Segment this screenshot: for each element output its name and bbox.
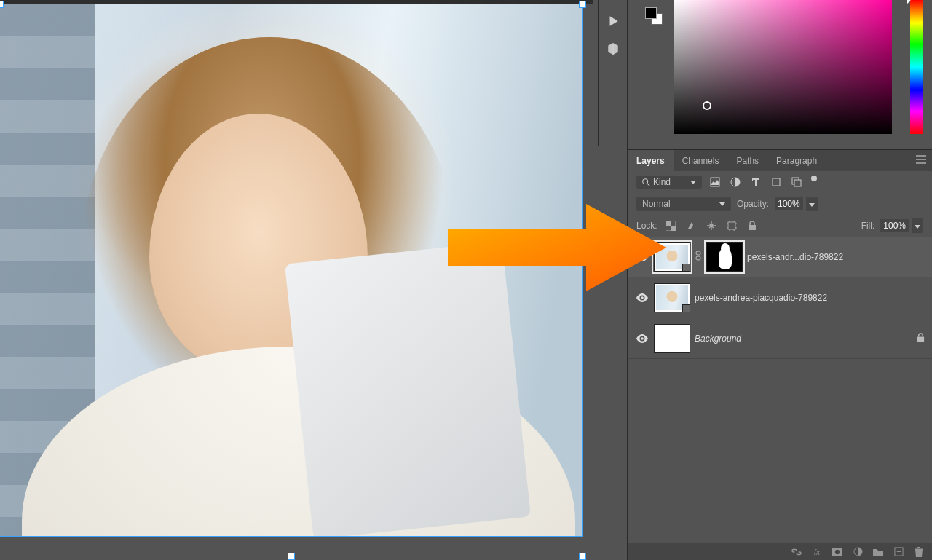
- tab-layers[interactable]: Layers: [628, 150, 674, 171]
- chevron-down-icon[interactable]: [806, 197, 818, 211]
- chevron-down-icon: [719, 202, 725, 206]
- group-icon[interactable]: [872, 546, 884, 558]
- color-picker-cursor[interactable]: [703, 101, 711, 110]
- visibility-toggle[interactable]: [635, 334, 649, 343]
- svg-point-18: [835, 549, 840, 553]
- layers-list: pexels-andr...dio-789822 pexels-andrea-p…: [628, 237, 932, 359]
- hue-marker[interactable]: [907, 0, 911, 4]
- filter-shape-icon[interactable]: [769, 175, 783, 189]
- chevron-down-icon[interactable]: [912, 218, 923, 233]
- transform-handle-tr[interactable]: [580, 1, 585, 7]
- panel-menu-icon[interactable]: [916, 155, 926, 166]
- canvas-image[interactable]: [0, 4, 582, 536]
- lock-transparency-icon[interactable]: [663, 218, 678, 233]
- fx-icon[interactable]: fx: [811, 546, 823, 558]
- artboard[interactable]: [0, 4, 582, 536]
- filter-type-icon[interactable]: [749, 175, 763, 189]
- new-layer-icon[interactable]: [893, 546, 904, 558]
- layer-thumbnail[interactable]: [654, 242, 690, 272]
- layer-name[interactable]: pexels-andr...dio-789822: [747, 252, 925, 262]
- filter-toggle-dot[interactable]: [811, 176, 817, 181]
- svg-rect-7: [666, 221, 671, 226]
- svg-point-0: [643, 178, 648, 184]
- layer-kind-dropdown[interactable]: Kind: [636, 176, 702, 189]
- opacity-label: Opacity:: [737, 199, 769, 209]
- transform-handle-b[interactable]: [288, 553, 294, 559]
- tab-paths[interactable]: Paths: [727, 150, 767, 171]
- opacity-control[interactable]: 100%: [775, 197, 818, 211]
- lock-row: Lock: Fill: 100%: [628, 215, 932, 237]
- blend-mode-dropdown[interactable]: Normal: [636, 197, 731, 211]
- hue-slider[interactable]: [910, 0, 923, 134]
- filter-pixel-icon[interactable]: [708, 175, 722, 189]
- collapsed-panel-dock: [598, 0, 627, 146]
- svg-rect-3: [773, 178, 780, 186]
- color-panel: [628, 0, 932, 149]
- svg-point-14: [641, 296, 644, 299]
- smart-object-badge: [682, 304, 690, 312]
- blend-row: Normal Opacity: 100%: [628, 193, 932, 215]
- chevron-down-icon: [690, 181, 696, 184]
- svg-rect-13: [696, 256, 700, 260]
- panel-tabs: Layers Channels Paths Paragraph: [628, 149, 932, 171]
- smart-object-badge: [682, 264, 690, 272]
- transform-handle-br[interactable]: [580, 553, 585, 559]
- tab-channels[interactable]: Channels: [674, 150, 728, 171]
- color-saturation-field[interactable]: [674, 0, 892, 134]
- lock-icon: [917, 333, 925, 344]
- layer-kind-label: Kind: [653, 177, 671, 187]
- layer-filter-row: Kind: [628, 171, 932, 193]
- layer-thumbnail[interactable]: [654, 283, 690, 312]
- eye-icon: [636, 334, 648, 343]
- lock-label: Lock:: [636, 221, 657, 231]
- delete-layer-icon[interactable]: [913, 546, 925, 558]
- transform-handle-tl[interactable]: [0, 1, 3, 7]
- lock-artboard-icon[interactable]: [724, 218, 739, 233]
- svg-point-11: [641, 256, 644, 259]
- fg-bg-swatch[interactable]: [645, 7, 663, 25]
- layers-bottom-bar: fx: [628, 543, 932, 560]
- blend-mode-value: Normal: [642, 199, 671, 209]
- filter-adjustment-icon[interactable]: [728, 175, 743, 189]
- mask-link-icon[interactable]: [695, 251, 702, 263]
- svg-rect-16: [917, 336, 924, 341]
- add-mask-icon[interactable]: [832, 546, 843, 558]
- right-panel: Layers Channels Paths Paragraph Kind Nor…: [627, 0, 932, 560]
- fill-label: Fill:: [861, 221, 875, 231]
- search-icon: [642, 178, 650, 186]
- tab-paragraph[interactable]: Paragraph: [767, 150, 826, 171]
- visibility-toggle[interactable]: [635, 253, 649, 261]
- lock-position-icon[interactable]: [704, 218, 719, 233]
- layer-thumbnail[interactable]: [654, 324, 690, 353]
- svg-rect-10: [749, 225, 756, 230]
- visibility-toggle[interactable]: [635, 293, 649, 302]
- layer-row[interactable]: pexels-andr...dio-789822: [628, 237, 932, 277]
- layer-name[interactable]: pexels-andrea-piacquadio-789822: [695, 293, 925, 303]
- canvas-area: [0, 0, 593, 560]
- svg-rect-5: [794, 180, 801, 186]
- 3d-panel-icon[interactable]: [605, 41, 621, 57]
- svg-rect-9: [728, 222, 735, 229]
- eye-icon: [636, 253, 648, 261]
- layer-row[interactable]: pexels-andrea-piacquadio-789822: [628, 277, 932, 318]
- adjustment-layer-icon[interactable]: [852, 546, 864, 558]
- svg-rect-12: [696, 251, 700, 255]
- layer-mask-thumbnail[interactable]: [706, 242, 743, 272]
- svg-rect-8: [671, 226, 676, 231]
- layer-name[interactable]: Background: [695, 334, 912, 344]
- layer-row[interactable]: Background: [628, 318, 932, 359]
- filter-smartobject-icon[interactable]: [789, 175, 804, 189]
- eye-icon: [636, 293, 648, 302]
- lock-image-icon[interactable]: [684, 218, 698, 233]
- lock-all-icon[interactable]: [745, 218, 759, 233]
- fill-value[interactable]: 100%: [880, 219, 909, 232]
- play-icon[interactable]: [605, 13, 621, 29]
- opacity-value[interactable]: 100%: [775, 197, 803, 210]
- svg-point-15: [641, 337, 644, 340]
- link-layers-icon[interactable]: [791, 546, 802, 558]
- fill-control[interactable]: 100%: [880, 218, 923, 233]
